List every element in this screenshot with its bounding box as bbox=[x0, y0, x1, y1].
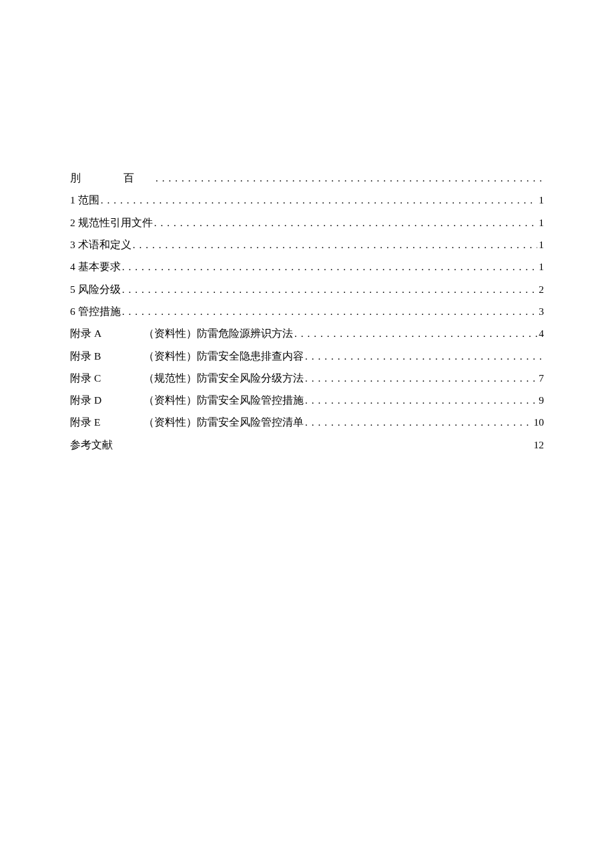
toc-leader-dots bbox=[156, 167, 543, 189]
toc-page-number: 10 bbox=[534, 411, 545, 433]
toc-leader-dots bbox=[122, 300, 538, 322]
toc-description: （规范性）防雷安全风险分级方法 bbox=[143, 367, 304, 389]
toc-entry: 附录 B （资料性）防雷安全隐患排查内容 bbox=[70, 345, 544, 367]
toc-page-number: 1 bbox=[539, 211, 544, 234]
toc-entry: 1 范围 1 bbox=[70, 189, 544, 211]
toc-description: （资料性）防雷安全风险管控措施 bbox=[143, 389, 304, 411]
toc-label: 附录 B bbox=[70, 345, 143, 367]
toc-entry: 3 术语和定义 1 bbox=[70, 234, 544, 256]
toc-page-number: 7 bbox=[539, 367, 544, 389]
toc-page-number: 1 bbox=[539, 234, 544, 256]
toc-label: 参考文献 bbox=[70, 434, 113, 456]
toc-label: 3 术语和定义 bbox=[70, 234, 131, 256]
toc-entry: 刖 百 bbox=[70, 167, 544, 189]
toc-label: 4 基本要求 bbox=[70, 256, 121, 278]
toc-label: 附录 D bbox=[70, 389, 143, 411]
toc-page-number: 3 bbox=[539, 300, 544, 322]
toc-page-number: 9 bbox=[539, 389, 544, 411]
toc-page-number: 2 bbox=[539, 278, 544, 300]
toc-label: 附录 A bbox=[70, 322, 143, 344]
toc-label: 附录 E bbox=[70, 411, 143, 433]
toc-page-number: 4 bbox=[539, 322, 544, 344]
toc-description: （资料性）防雷危险源辨识方法 bbox=[143, 322, 293, 344]
toc-entry: 附录 A （资料性）防雷危险源辨识方法 4 bbox=[70, 322, 544, 344]
toc-entry: 附录 C （规范性）防雷安全风险分级方法 7 bbox=[70, 367, 544, 389]
toc-label: 5 风险分级 bbox=[70, 278, 121, 300]
toc-leader-dots bbox=[122, 278, 538, 300]
toc-entry: 5 风险分级 2 bbox=[70, 278, 544, 300]
toc-leader-dots bbox=[101, 189, 538, 211]
toc-entry: 附录 E （资料性）防雷安全风险管控清单 10 bbox=[70, 411, 544, 433]
toc-leader-dots bbox=[122, 256, 538, 278]
toc-entry: 附录 D （资料性）防雷安全风险管控措施 9 bbox=[70, 389, 544, 411]
toc-label: 1 范围 bbox=[70, 189, 99, 211]
toc-description: （资料性）防雷安全隐患排查内容 bbox=[143, 345, 304, 367]
table-of-contents: 刖 百 1 范围 1 2 规范性引用文件 1 3 术语和定义 1 4 基本要求 … bbox=[70, 167, 544, 456]
toc-leader-dots bbox=[294, 322, 537, 344]
toc-entry: 6 管控措施 3 bbox=[70, 300, 544, 322]
toc-leader-dots bbox=[305, 411, 533, 433]
toc-entry: 4 基本要求 1 bbox=[70, 256, 544, 278]
toc-entry: 参考文献 12 bbox=[70, 434, 544, 456]
toc-label: 附录 C bbox=[70, 367, 143, 389]
toc-leader-dots bbox=[305, 389, 537, 411]
toc-entry: 2 规范性引用文件 1 bbox=[70, 211, 544, 234]
toc-leader-dots bbox=[133, 234, 538, 256]
toc-leader-dots bbox=[305, 345, 543, 367]
toc-leader-dots bbox=[305, 367, 537, 389]
toc-label: 2 规范性引用文件 bbox=[70, 211, 153, 234]
toc-description: （资料性）防雷安全风险管控清单 bbox=[143, 411, 304, 433]
toc-label: 刖 百 bbox=[70, 167, 154, 189]
toc-page-number: 1 bbox=[539, 256, 544, 278]
toc-leader-dots bbox=[154, 211, 538, 234]
toc-label: 6 管控措施 bbox=[70, 300, 121, 322]
toc-page-number: 1 bbox=[539, 189, 544, 211]
toc-page-number: 12 bbox=[534, 434, 545, 456]
